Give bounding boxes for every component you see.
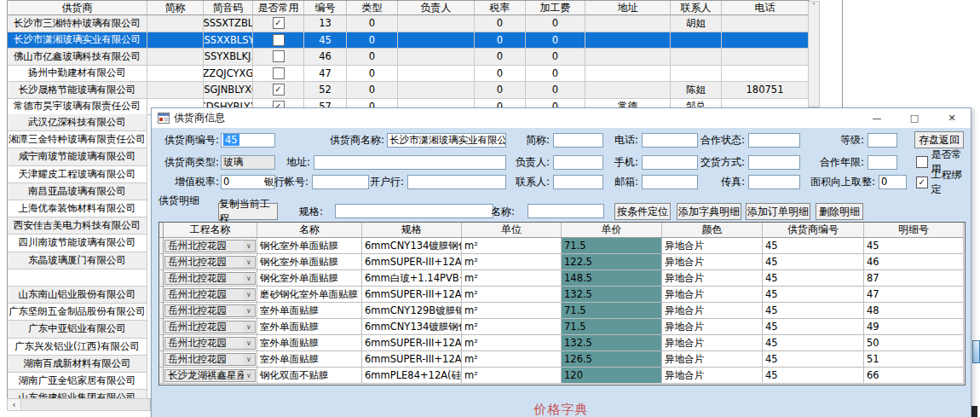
detail-cell[interactable]: 钢化室外单面贴膜	[257, 270, 362, 287]
detail-cell[interactable]: 71.5	[562, 303, 662, 319]
detail-cell[interactable]: 46	[864, 254, 964, 270]
common-use-cell[interactable]: ✓	[253, 82, 304, 99]
name-input[interactable]	[527, 204, 604, 218]
locate-by-condition-button[interactable]: 按条件定位	[614, 203, 671, 220]
detail-cell[interactable]: 异地合片	[662, 303, 763, 319]
detail-row[interactable]: 岳州北控花园∨室外单面贴膜6mmCNY134镀膜钢化m²71.5异地合片4549	[159, 319, 964, 335]
project-name-cell[interactable]: 长沙龙湖祺鑫星座∨	[164, 368, 257, 384]
detail-cell[interactable]: 钢化室外单面贴膜	[257, 254, 362, 270]
detail-cell[interactable]: m²	[462, 287, 562, 303]
detail-cell[interactable]: 6mmSUPER-III+12A(硅...	[362, 335, 462, 351]
column-header[interactable]: 电话	[722, 1, 809, 15]
column-header[interactable]: 类型	[347, 1, 398, 15]
maximize-button[interactable]: □	[896, 108, 933, 128]
detail-cell[interactable]: 室外单面贴膜	[257, 351, 362, 368]
list-item[interactable]: 上海优泰装饰材料有限公司	[8, 200, 147, 217]
detail-cell[interactable]: 132.5	[562, 335, 662, 351]
list-item[interactable]: 西安佳吉美电力科技有限公司	[8, 217, 147, 235]
list-item[interactable]: 武汉亿深科技有限公司	[8, 114, 147, 131]
column-header[interactable]: 联系人	[671, 1, 722, 15]
detail-cell[interactable]: 6mmCNY129B镀膜钢化	[362, 303, 462, 319]
detail-cell[interactable]: m²	[462, 254, 562, 270]
detail-cell[interactable]: 异地合片	[662, 254, 763, 270]
detail-cell[interactable]: 6mmSUPER-III+12A(硅...	[362, 254, 462, 270]
detail-cell[interactable]: 6mmSUPER-III+12A(硅...	[362, 351, 462, 368]
detail-cell[interactable]: 异地合片	[662, 351, 763, 368]
chevron-down-icon[interactable]: ∨	[244, 338, 254, 349]
detail-cell[interactable]: 钢化双面不贴膜	[257, 368, 362, 384]
detail-cell[interactable]: 45	[763, 351, 864, 368]
list-item[interactable]: 山东华建铝业集团有限公司	[8, 390, 147, 398]
close-button[interactable]: ✕	[933, 108, 971, 128]
detail-cell[interactable]: 148.5	[562, 270, 662, 287]
detail-row[interactable]: 岳州北控花园∨室外单面贴膜6mmCNY129B镀膜钢化m²71.5异地合片454…	[159, 303, 964, 319]
chevron-down-icon[interactable]: ∨	[244, 240, 254, 252]
detail-row[interactable]: 岳州北控花园∨钢化室外单面贴膜6mmSUPER-III+12A(硅...m²12…	[159, 254, 964, 270]
detail-cell[interactable]: 45	[763, 368, 864, 384]
common-use-cell[interactable]	[253, 49, 304, 66]
detail-cell[interactable]: m²	[462, 319, 562, 335]
save-return-button[interactable]: 存盘返回	[914, 131, 964, 148]
grade-input[interactable]	[868, 133, 897, 148]
project-name-cell[interactable]: 岳州北控花园∨	[164, 319, 257, 335]
project-name-cell[interactable]: 岳州北控花园∨	[164, 254, 257, 270]
column-header[interactable]: 供货商	[8, 1, 147, 15]
detail-cell[interactable]: 87	[864, 270, 964, 287]
column-header[interactable]: 单位	[462, 223, 562, 238]
add-order-detail-button[interactable]: 添加订单明细	[746, 203, 810, 220]
detail-cell[interactable]: 6mmSUPER-III+12A(硅...	[362, 287, 462, 303]
detail-row[interactable]: 岳州北控花园∨室外单面贴膜6mmSUPER-III+12A(硅...m²126.…	[159, 351, 964, 368]
detail-cell[interactable]: 45	[763, 238, 864, 254]
detail-cell[interactable]: 6mmPLE84+12A(硅酮胶...	[362, 368, 462, 384]
detail-cell[interactable]: 48	[864, 303, 964, 319]
common-use-cell[interactable]: ✓	[253, 15, 304, 32]
horizontal-scrollbar[interactable]: ‹	[7, 398, 151, 411]
detail-cell[interactable]: 51	[864, 351, 964, 368]
list-item[interactable]: 广东中亚铝业有限公司	[8, 321, 147, 338]
project-name-cell[interactable]: 岳州北控花园∨	[164, 270, 257, 287]
list-item[interactable]: 湖南百成新材料有限公司	[8, 356, 147, 373]
checkbox-icon[interactable]: ✓	[273, 17, 285, 29]
checkbox-icon[interactable]: ✓	[273, 84, 285, 96]
column-header[interactable]: 颜色	[662, 223, 763, 238]
scroll-up-icon[interactable]: ˄	[812, 2, 816, 10]
column-header[interactable]: 单价	[562, 223, 662, 238]
column-header[interactable]: 规格	[362, 223, 462, 238]
chevron-down-icon[interactable]: ∨	[244, 354, 254, 365]
column-header[interactable]: 简音码	[204, 1, 253, 15]
checkbox-icon[interactable]	[273, 34, 285, 46]
area-round-up-input[interactable]: 0	[879, 175, 907, 189]
column-header[interactable]: 名称	[257, 223, 362, 238]
detail-cell[interactable]: m²	[462, 303, 562, 319]
detail-cell[interactable]: 45	[763, 303, 864, 319]
project-name-cell[interactable]: 岳州北控花园∨	[164, 238, 257, 254]
detail-cell[interactable]: m²	[462, 335, 562, 351]
detail-cell[interactable]: 室外单面贴膜	[257, 319, 362, 335]
detail-row[interactable]: 岳州北控花园∨钢化室外单面贴膜6mm白玻+1.14PVB+6mm...m²148…	[159, 270, 964, 287]
project-bind-checkbox[interactable]: ✓ 工程绑定	[916, 175, 971, 189]
vertical-scrollbar[interactable]: ˄	[808, 1, 820, 107]
detail-cell[interactable]: 45	[763, 335, 864, 351]
column-header[interactable]: 简称	[147, 1, 204, 15]
detail-cell[interactable]: 异地合片	[662, 238, 763, 254]
detail-cell[interactable]: 6mmCNY134镀膜钢化	[362, 238, 462, 254]
common-use-cell[interactable]	[253, 66, 304, 83]
add-dict-detail-button[interactable]: 添加字典明细	[677, 203, 741, 220]
list-item[interactable]: 湖南广亚全铝家居有限公司	[8, 373, 147, 390]
detail-cell[interactable]: 120	[562, 368, 662, 384]
column-header[interactable]: 负责人	[398, 1, 475, 15]
detail-cell[interactable]: 45	[763, 287, 864, 303]
detail-cell[interactable]: 磨砂钢化室外单面贴膜	[257, 287, 362, 303]
list-item[interactable]: 广东坚朗五金制品股份有限公司	[8, 304, 147, 321]
detail-cell[interactable]: 45	[864, 238, 964, 254]
detail-cell[interactable]: 6mmCNY134镀膜钢化	[362, 319, 462, 335]
project-name-cell[interactable]: 岳州北控花园∨	[164, 303, 257, 319]
detail-cell[interactable]: 71.5	[562, 238, 662, 254]
chevron-down-icon[interactable]: ∨	[244, 305, 254, 316]
delete-detail-button[interactable]: 删除明细	[816, 203, 863, 220]
detail-row[interactable]: 岳州北控花园∨钢化室外单面贴膜6mmCNY134镀膜钢化m²71.5异地合片45…	[159, 238, 964, 254]
column-header[interactable]: 明细号	[864, 223, 964, 238]
checkbox-icon[interactable]	[916, 156, 928, 168]
list-item[interactable]: 东晶玻璃厦门有限公司	[8, 252, 147, 269]
detail-cell[interactable]: 异地合片	[662, 287, 763, 303]
